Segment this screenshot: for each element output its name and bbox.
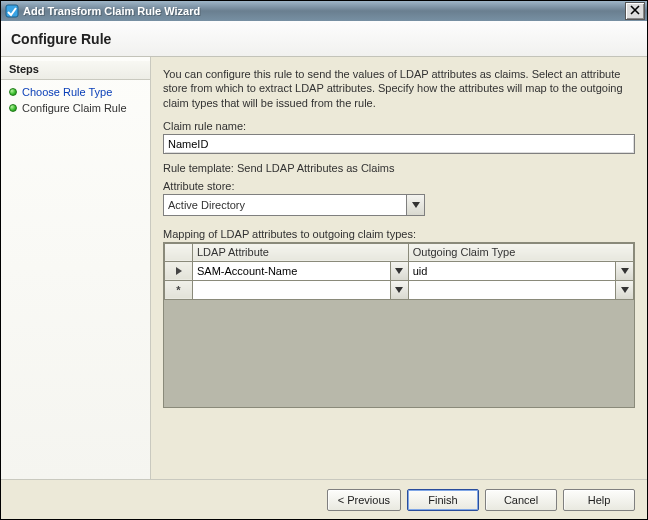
row-indicator-current [165, 261, 193, 280]
row-arrow-icon [176, 267, 182, 275]
table-row[interactable]: SAM-Account-Name uid [165, 261, 634, 280]
mapping-grid: LDAP Attribute Outgoing Claim Type SAM-A… [163, 242, 635, 408]
claim-rule-name-label: Claim rule name: [163, 120, 635, 132]
rule-template-text: Rule template: Send LDAP Attributes as C… [163, 162, 635, 174]
cell-dropdown-button[interactable] [615, 281, 633, 299]
page-header: Configure Rule [1, 21, 647, 57]
column-header-outgoing-claim-type[interactable]: Outgoing Claim Type [408, 243, 633, 261]
titlebar: Add Transform Claim Rule Wizard [1, 1, 647, 21]
cancel-button[interactable]: Cancel [485, 489, 557, 511]
page-title: Configure Rule [11, 31, 111, 47]
app-icon [5, 4, 19, 18]
attribute-store-value: Active Directory [164, 195, 406, 215]
close-button[interactable] [625, 2, 645, 20]
main-area: Steps Choose Rule Type Configure Claim R… [1, 57, 647, 479]
attribute-store-dropdown[interactable]: Active Directory [163, 194, 425, 216]
cell-dropdown-button[interactable] [390, 281, 408, 299]
claim-rule-name-input[interactable] [163, 134, 635, 154]
table-row-new[interactable]: * [165, 280, 634, 299]
step-label: Choose Rule Type [22, 86, 112, 98]
row-star-icon: * [176, 284, 180, 296]
steps-heading: Steps [1, 61, 150, 80]
step-bullet-icon [9, 104, 17, 112]
step-configure-claim-rule[interactable]: Configure Claim Rule [1, 100, 150, 116]
cell-dropdown-button[interactable] [390, 262, 408, 280]
cell-outgoing-claim-type[interactable]: uid [408, 261, 633, 280]
cell-ldap-attribute[interactable]: SAM-Account-Name [193, 261, 409, 280]
wizard-window: Add Transform Claim Rule Wizard Configur… [0, 0, 648, 520]
cell-outgoing-claim-type[interactable] [408, 280, 633, 299]
previous-button[interactable]: < Previous [327, 489, 401, 511]
window-title: Add Transform Claim Rule Wizard [23, 5, 200, 17]
step-choose-rule-type[interactable]: Choose Rule Type [1, 84, 150, 100]
intro-text: You can configure this rule to send the … [163, 67, 635, 110]
close-icon [630, 5, 640, 17]
content-pane: You can configure this rule to send the … [151, 57, 647, 479]
help-button[interactable]: Help [563, 489, 635, 511]
column-header-ldap-attribute[interactable]: LDAP Attribute [193, 243, 409, 261]
wizard-footer: < Previous Finish Cancel Help [1, 479, 647, 519]
steps-sidebar: Steps Choose Rule Type Configure Claim R… [1, 57, 151, 479]
mapping-label: Mapping of LDAP attributes to outgoing c… [163, 228, 635, 240]
cell-outgoing-claim-type-value [409, 281, 615, 299]
grid-corner [165, 243, 193, 261]
cell-dropdown-button[interactable] [615, 262, 633, 280]
step-bullet-icon [9, 88, 17, 96]
step-label: Configure Claim Rule [22, 102, 127, 114]
cell-ldap-attribute-value: SAM-Account-Name [193, 262, 390, 280]
attribute-store-label: Attribute store: [163, 180, 635, 192]
finish-button[interactable]: Finish [407, 489, 479, 511]
row-indicator-new: * [165, 280, 193, 299]
cell-ldap-attribute-value [193, 281, 390, 299]
cell-ldap-attribute[interactable] [193, 280, 409, 299]
dropdown-button[interactable] [406, 195, 424, 215]
cell-outgoing-claim-type-value: uid [409, 262, 615, 280]
